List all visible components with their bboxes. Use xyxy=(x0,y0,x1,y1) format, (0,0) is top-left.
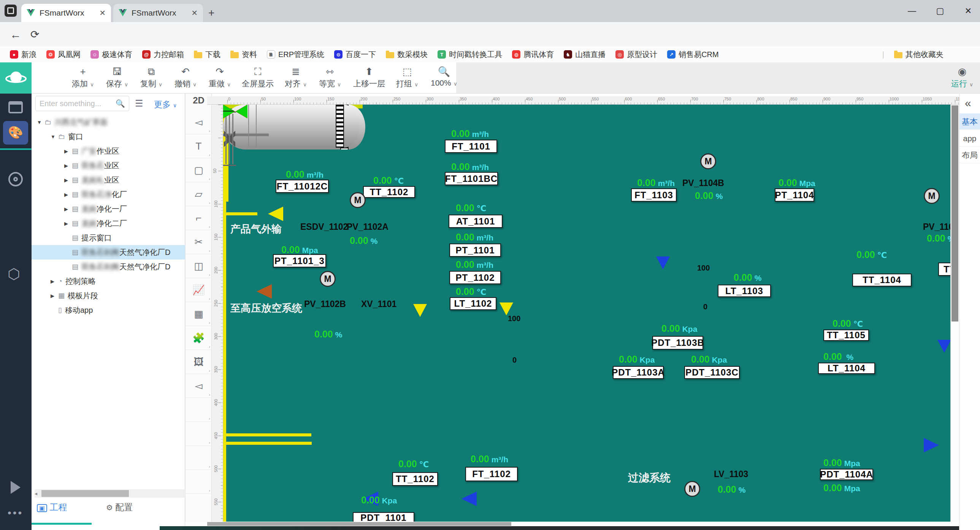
palette-tool-7[interactable]: 📈› xyxy=(186,278,212,302)
palette-tool-1[interactable]: T› xyxy=(186,134,212,158)
palette-tool-3[interactable]: ▱› xyxy=(186,182,212,206)
tree-item[interactable]: ▯移动app xyxy=(32,303,185,317)
window-close-button[interactable]: ✕ xyxy=(963,5,974,17)
palette-tool-14[interactable]: › xyxy=(186,446,212,470)
value-PDT_1101[interactable]: 0.00Kpa xyxy=(361,495,397,506)
motor-indicator[interactable]: M xyxy=(320,271,336,287)
palette-tool-0[interactable]: ◅› xyxy=(186,110,212,134)
pipe[interactable] xyxy=(223,445,226,475)
window-tool-icon[interactable] xyxy=(8,101,23,113)
toolbar-添加[interactable]: +添加∨ xyxy=(68,65,98,89)
bookmark-item[interactable]: ⊙百度一下 xyxy=(334,49,376,60)
tree-item[interactable]: ▶▦模板片段 xyxy=(32,288,185,303)
palette-tool-8[interactable]: ▦› xyxy=(186,302,212,326)
more-dropdown[interactable]: 更多∨ xyxy=(154,99,177,110)
device-label[interactable]: 0 xyxy=(512,356,517,364)
instrument-PDT_1103C[interactable]: PDT_1103C xyxy=(684,366,740,379)
bookmark-item[interactable]: ↗销售易CRM xyxy=(667,49,719,60)
value-TT_1102[interactable]: 0.00℃ xyxy=(373,175,404,186)
toolbar-上移一层[interactable]: ⬆上移一层 xyxy=(350,65,388,89)
instrument-LT_1102[interactable]: LT_1102 xyxy=(450,297,496,310)
toolbar-撤销[interactable]: ↶撤销∨ xyxy=(170,65,201,89)
process-value[interactable]: 0.00% xyxy=(927,233,950,244)
instrument-PDT_1104A[interactable]: PDT_1104A xyxy=(820,469,873,480)
toolbar-全屏显示[interactable]: ⛶全屏显示 xyxy=(239,65,277,89)
bookmark-item[interactable]: ☺极速体育 xyxy=(91,49,132,60)
toolbar-重做[interactable]: ↷重做∨ xyxy=(205,65,235,89)
value-LT_1103[interactable]: 0.00% xyxy=(734,272,761,283)
toolbar-复制[interactable]: ⧉复制∨ xyxy=(136,65,167,89)
pipe-arrow[interactable] xyxy=(937,340,950,353)
value-LT_1104[interactable]: 0.00 % xyxy=(823,351,853,362)
window-maximize-button[interactable]: ▢ xyxy=(934,5,946,17)
bookmark-item[interactable]: 其他收藏夹 xyxy=(894,49,943,60)
hmi-canvas[interactable]: 产品分离器脱水闪蒸罐脱FT_11010.00m³/hFT_1101BC0.00m… xyxy=(223,105,950,522)
instrument-TT_1102[interactable]: TT_1102 xyxy=(392,472,438,486)
pipe-arrow[interactable] xyxy=(461,492,477,506)
bookmark-item[interactable]: 🗎ERP管理系统 xyxy=(267,49,324,60)
value-PDT_1103B[interactable]: 0.00Kpa xyxy=(662,323,697,334)
device-label[interactable]: PV_1104B xyxy=(682,178,724,188)
process-value[interactable]: 0.00% xyxy=(350,235,377,246)
instrument-PDT_1103B[interactable]: PDT_1103B xyxy=(652,336,703,350)
instrument-AT_1101[interactable]: AT_1101 xyxy=(449,215,503,228)
tree-item[interactable]: ▤双鱼石剑阁天然气净化厂D xyxy=(32,245,185,260)
value-PT_1101_3[interactable]: 0.00Mpa xyxy=(281,244,318,255)
tree-item[interactable]: ▤提示窗口 xyxy=(32,231,185,245)
pipe[interactable] xyxy=(223,436,226,442)
motor-indicator[interactable]: M xyxy=(350,192,366,208)
pipe-arrow[interactable] xyxy=(500,302,513,315)
toolbar-100%[interactable]: 🔍100%∨ xyxy=(427,65,461,88)
value-AT_1101[interactable]: 0.00℃ xyxy=(456,203,486,214)
instrument-TT_1104[interactable]: TT_1104 xyxy=(852,273,912,286)
device-label[interactable]: XV_1101 xyxy=(361,299,396,309)
process-value[interactable]: 0.00% xyxy=(695,190,723,201)
instrument-PDT_1101[interactable]: PDT_1101 xyxy=(353,512,414,522)
panel-tab-布局[interactable]: 布局 xyxy=(959,147,980,163)
bookmark-item[interactable]: ●新浪 xyxy=(10,49,37,60)
pipe-arrow[interactable] xyxy=(268,207,283,221)
window-minimize-button[interactable]: — xyxy=(906,5,918,17)
palette-tool-9[interactable]: 🧩› xyxy=(186,326,212,350)
pipe-arrow[interactable] xyxy=(924,438,939,452)
value-PT_1101[interactable]: 0.00m³/h xyxy=(456,232,493,243)
value-TT_1105[interactable]: 0.00℃ xyxy=(832,318,863,329)
bottom-tab-config[interactable]: ⚙ 配置 xyxy=(106,501,133,513)
instrument-FT_11012C[interactable]: FT_11012C xyxy=(275,180,329,193)
device-label[interactable]: 100 xyxy=(697,264,710,272)
refresh-icon[interactable]: ⟳ xyxy=(30,28,39,41)
canvas-vscrollbar[interactable] xyxy=(950,105,959,522)
bookmark-item[interactable]: ♞山猫直播 xyxy=(564,49,606,60)
back-icon[interactable]: ← xyxy=(10,28,21,41)
pipe-arrow[interactable] xyxy=(413,304,427,317)
flow-text[interactable]: 产品气外输 xyxy=(231,222,282,236)
bookmark-item[interactable]: 下载 xyxy=(194,49,221,60)
instrument-FT_1101[interactable]: FT_1101 xyxy=(445,140,497,153)
instrument-FT_1102[interactable]: FT_1102 xyxy=(465,467,518,481)
device-label[interactable]: 0 xyxy=(703,302,708,311)
flow-text[interactable]: 至高压放空系统 xyxy=(231,301,302,315)
palette-tool-13[interactable]: › xyxy=(186,422,212,446)
bookmark-item[interactable]: @力控邮箱 xyxy=(142,49,184,60)
new-tab-button[interactable]: + xyxy=(208,7,215,19)
panel-tab-基本[interactable]: 基本 xyxy=(959,113,980,130)
value-FT_1103[interactable]: 0.00m³/h xyxy=(637,177,675,188)
instrument-FT_1103[interactable]: FT_1103 xyxy=(631,188,677,202)
value-PT_1102[interactable]: 0.00m³/h xyxy=(456,259,493,270)
palette-tool-15[interactable]: › xyxy=(186,470,212,494)
tree-item[interactable]: ▼🗀窗口 xyxy=(32,129,185,144)
process-value[interactable]: 0.00% xyxy=(314,329,342,340)
value-PDT_1103A[interactable]: 0.00Kpa xyxy=(619,354,655,365)
instrument-FT_1101BC[interactable]: FT_1101BC xyxy=(445,172,498,185)
value-PDT_1104A[interactable]: 0.00Mpa xyxy=(823,457,860,468)
palette-tool-12[interactable]: › xyxy=(186,398,212,422)
device-label[interactable]: ESDV_1102 xyxy=(300,222,348,232)
pipe[interactable] xyxy=(223,475,226,485)
pipe[interactable] xyxy=(223,202,226,212)
value-FT_11012C[interactable]: 0.00m³/h xyxy=(286,169,323,180)
palette-tool-5[interactable]: ✂› xyxy=(186,230,212,254)
tab-close-icon[interactable]: ✕ xyxy=(191,8,198,18)
instrument-TT_1102[interactable]: TT_1102 xyxy=(363,186,415,198)
browser-tab-inactive[interactable]: FSmartWorx ✕ xyxy=(113,4,203,22)
bookmark-item[interactable]: 数采模块 xyxy=(386,49,428,60)
